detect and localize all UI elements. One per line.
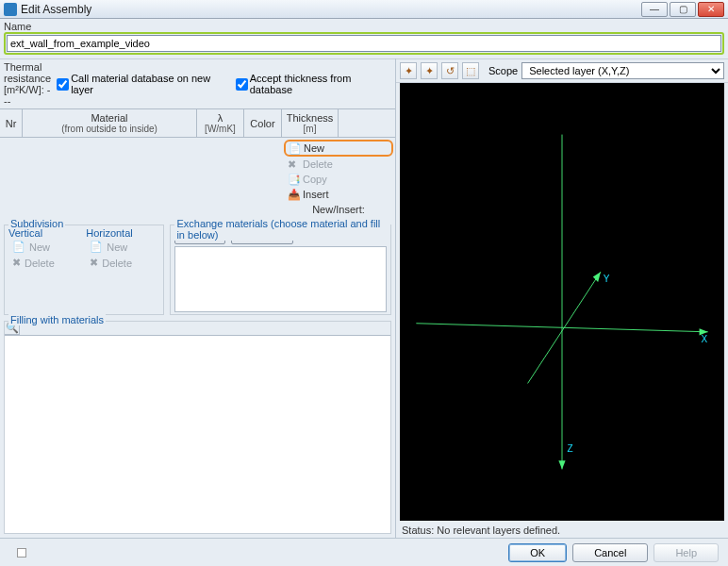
filling-pane: Filling with materials 🔍 <box>4 321 391 534</box>
col-lambda: λ[W/mK] <box>197 109 244 137</box>
close-button[interactable]: ✕ <box>698 2 724 17</box>
col-color: Color <box>244 109 282 137</box>
copy-icon: 📑 <box>288 174 299 185</box>
col-material: Material(from outside to inside) <box>23 109 197 137</box>
dialog-footer: OK Cancel Help <box>0 538 728 566</box>
title-bar: Edit Assembly — ▢ ✕ <box>0 0 728 19</box>
horizontal-new-button[interactable]: 📄New <box>86 239 159 255</box>
scope-select[interactable]: Selected layer (X,Y,Z) <box>521 62 724 79</box>
status-bar: Status: No relevant layers defined. <box>396 523 728 538</box>
view-tool-3[interactable]: ↺ <box>441 62 458 79</box>
accept-thickness-input[interactable] <box>236 78 248 91</box>
thermal-resistance-label: Thermal resistance [m²K/W]: --- <box>4 61 51 107</box>
subdivision-pane: Subdivision Vertical 📄New ✖Delete Horizo… <box>4 225 164 315</box>
app-icon <box>4 3 17 16</box>
scope-label: Scope <box>488 65 518 76</box>
axis-z-label: Z <box>567 443 572 454</box>
view-tool-4[interactable]: ⬚ <box>462 62 479 79</box>
vertical-new-button[interactable]: 📄New <box>8 239 82 255</box>
col-nr: Nr <box>0 109 23 137</box>
call-material-db-checkbox[interactable]: Call material database on new layer <box>57 73 230 95</box>
viewport-3d[interactable]: X Y Z <box>400 83 724 521</box>
exchange-pane: Exchange materials (choose material and … <box>170 225 391 315</box>
filling-title: Filling with materials <box>8 314 106 325</box>
insert-icon: 📥 <box>288 189 299 200</box>
cancel-button[interactable]: Cancel <box>572 543 648 562</box>
name-label: Name <box>4 21 724 32</box>
delete-layer-button[interactable]: ✖ Delete <box>284 157 393 172</box>
view-tool-1[interactable]: ✦ <box>400 62 417 79</box>
copy-layer-button[interactable]: 📑 Copy <box>284 172 393 187</box>
exchange-title: Exchange materials (choose material and … <box>174 218 390 241</box>
insert-layer-button[interactable]: 📥 Insert <box>284 187 393 202</box>
svg-line-4 <box>528 272 601 383</box>
view-tool-2[interactable]: ✦ <box>421 62 438 79</box>
ok-button[interactable]: OK <box>508 543 567 562</box>
name-highlight <box>4 32 724 55</box>
svg-marker-5 <box>593 272 601 282</box>
accept-thickness-checkbox[interactable]: Accept thickness from database <box>236 73 391 95</box>
svg-marker-1 <box>558 460 565 469</box>
window-title: Edit Assembly <box>21 3 641 16</box>
name-input[interactable] <box>7 35 721 52</box>
delete-icon: ✖ <box>288 158 299 170</box>
layer-table-body[interactable] <box>0 138 282 223</box>
footer-indicator <box>17 548 26 558</box>
minimize-button[interactable]: — <box>641 2 668 17</box>
new-layer-button[interactable]: 📄 New <box>284 140 393 157</box>
vertical-delete-button[interactable]: ✖Delete <box>8 255 82 271</box>
col-actions <box>339 109 395 137</box>
horizontal-delete-button[interactable]: ✖Delete <box>86 255 159 271</box>
filling-canvas[interactable] <box>5 335 390 533</box>
call-material-db-input[interactable] <box>57 78 69 91</box>
horizontal-label: Horizontal <box>86 227 159 239</box>
col-thickness: Thickness[m] <box>282 109 339 137</box>
help-button[interactable]: Help <box>654 543 719 562</box>
axis-x-label: X <box>701 334 707 344</box>
layer-table-header: Nr Material(from outside to inside) λ[W/… <box>0 108 395 138</box>
axes-overlay: X Y Z <box>400 83 724 521</box>
subdivision-title: Subdivision <box>8 218 65 229</box>
maximize-button[interactable]: ▢ <box>670 2 696 17</box>
axis-y-label: Y <box>604 274 610 284</box>
new-insert-label: New/Insert: <box>284 202 393 217</box>
new-icon: 📄 <box>289 142 300 154</box>
exchange-list[interactable] <box>174 246 387 312</box>
